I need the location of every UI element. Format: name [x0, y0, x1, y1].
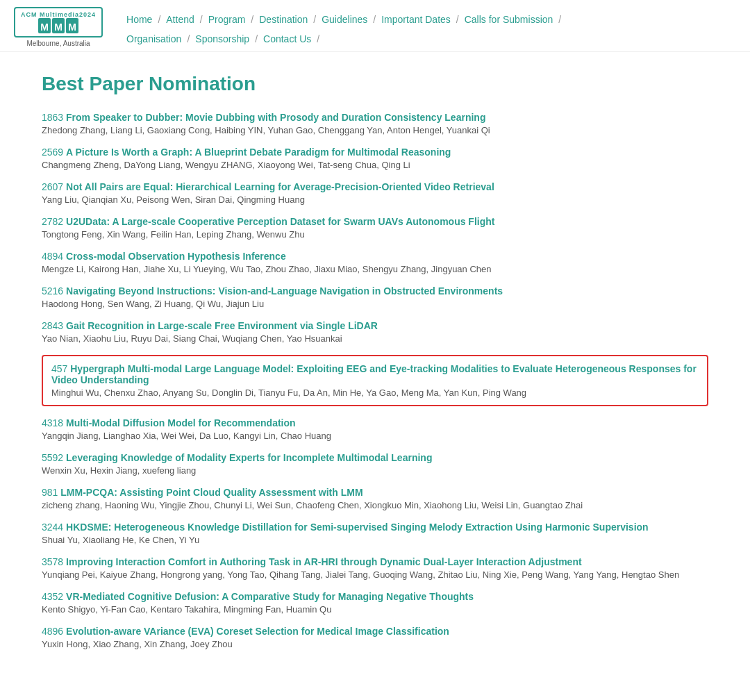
paper-title[interactable]: Hypergraph Multi-modal Large Language Mo…	[51, 363, 697, 385]
paper-title-line: 2782 U2UData: A Large-scale Cooperative …	[42, 216, 708, 227]
paper-entry: 2782 U2UData: A Large-scale Cooperative …	[42, 216, 708, 240]
paper-id: 3578	[42, 556, 66, 567]
paper-title-line: 2607 Not All Pairs are Equal: Hierarchic…	[42, 181, 708, 192]
paper-title[interactable]: Improving Interaction Comfort in Authori…	[66, 556, 582, 567]
paper-title-line: 3244 HKDSME: Heterogeneous Knowledge Dis…	[42, 522, 708, 533]
paper-authors: Yao Nian, Xiaohu Liu, Ruyu Dai, Siang Ch…	[42, 333, 708, 344]
paper-entry: 981 LMM-PCQA: Assisting Point Cloud Qual…	[42, 487, 708, 510]
paper-title-line: 5216 Navigating Beyond Instructions: Vis…	[42, 285, 708, 297]
logo-location: Melbourne, Australia	[26, 40, 90, 47]
paper-title-line: 4318 Multi-Modal Diffusion Model for Rec…	[42, 417, 708, 428]
paper-title[interactable]: U2UData: A Large-scale Cooperative Perce…	[66, 216, 494, 227]
logo-mm	[38, 18, 78, 33]
paper-id: 3244	[42, 522, 66, 533]
paper-id: 4894	[42, 251, 66, 262]
paper-id: 2782	[42, 216, 66, 227]
logo-area: ACM Multimedia2024 Melbourne, Australia	[14, 7, 103, 47]
paper-title[interactable]: Gait Recognition in Large-scale Free Env…	[66, 320, 378, 331]
logo-m3	[66, 18, 78, 33]
nav-row-1: Home / Attend / Program / Destination / …	[124, 12, 564, 32]
paper-title[interactable]: Not All Pairs are Equal: Hierarchical Le…	[66, 181, 494, 192]
paper-authors: Yang Liu, Qianqian Xu, Peisong Wen, Sira…	[42, 194, 708, 205]
nav-important-dates[interactable]: Important Dates	[378, 12, 453, 26]
main-content: Best Paper Nomination 1863 From Speaker …	[0, 52, 750, 681]
paper-title-line: 981 LMM-PCQA: Assisting Point Cloud Qual…	[42, 487, 708, 498]
nav-sep-3: /	[251, 14, 253, 25]
paper-authors: Yangqin Jiang, Lianghao Xia, Wei Wei, Da…	[42, 431, 708, 441]
nav-sep-6: /	[456, 14, 459, 25]
paper-authors: Changmeng Zheng, DaYong Liang, Wengyu ZH…	[42, 160, 708, 170]
paper-entry: 2843 Gait Recognition in Large-scale Fre…	[42, 320, 708, 344]
paper-id: 5216	[42, 285, 66, 297]
nav-attend[interactable]: Attend	[163, 12, 197, 26]
paper-title-line: 4352 VR-Mediated Cognitive Defusion: A C…	[42, 591, 708, 602]
nav-sep-10: /	[317, 33, 319, 44]
nav-row-2: Organisation / Sponsorship / Contact Us …	[124, 32, 564, 51]
paper-title-line: 1863 From Speaker to Dubber: Movie Dubbi…	[42, 112, 708, 123]
paper-title[interactable]: Navigating Beyond Instructions: Vision-a…	[66, 285, 503, 297]
logo-m2	[52, 18, 65, 33]
paper-title-line: 4894 Cross-modal Observation Hypothesis …	[42, 251, 708, 262]
papers-list: 1863 From Speaker to Dubber: Movie Dubbi…	[42, 112, 708, 649]
nav-destination[interactable]: Destination	[256, 12, 310, 26]
paper-title[interactable]: Cross-modal Observation Hypothesis Infer…	[66, 251, 286, 262]
paper-id: 1863	[42, 112, 66, 123]
paper-title[interactable]: Leveraging Knowledge of Modality Experts…	[66, 452, 432, 463]
logo-acm-text: ACM Multimedia2024	[21, 11, 96, 18]
nav-organisation[interactable]: Organisation	[124, 32, 184, 46]
nav-contact-us[interactable]: Contact Us	[260, 32, 314, 46]
paper-authors: Yunqiang Pei, Kaiyue Zhang, Hongrong yan…	[42, 569, 708, 580]
paper-authors: Wenxin Xu, Hexin Jiang, xuefeng liang	[42, 465, 708, 476]
paper-id: 4352	[42, 591, 66, 602]
nav-sep-2: /	[200, 14, 203, 25]
paper-title[interactable]: LMM-PCQA: Assisting Point Cloud Quality …	[60, 487, 362, 498]
paper-title[interactable]: VR-Mediated Cognitive Defusion: A Compar…	[66, 591, 474, 602]
paper-title[interactable]: Evolution-aware VAriance (EVA) Coreset S…	[66, 626, 449, 637]
paper-id: 4318	[42, 417, 66, 428]
paper-title[interactable]: HKDSME: Heterogeneous Knowledge Distilla…	[66, 522, 649, 533]
paper-authors: Haodong Hong, Sen Wang, Zi Huang, Qi Wu,…	[42, 299, 708, 309]
paper-entry: 5216 Navigating Beyond Instructions: Vis…	[42, 285, 708, 309]
nav-home[interactable]: Home	[124, 12, 155, 26]
paper-entry: 3244 HKDSME: Heterogeneous Knowledge Dis…	[42, 522, 708, 545]
paper-entry: 3578 Improving Interaction Comfort in Au…	[42, 556, 708, 580]
nav-guidelines[interactable]: Guidelines	[319, 12, 370, 26]
nav-sep-4: /	[313, 14, 316, 25]
paper-entry: 5592 Leveraging Knowledge of Modality Ex…	[42, 452, 708, 476]
paper-entry: 4318 Multi-Modal Diffusion Model for Rec…	[42, 417, 708, 441]
paper-authors: Mengze Li, Kairong Han, Jiahe Xu, Li Yue…	[42, 264, 708, 274]
nav-program[interactable]: Program	[206, 12, 249, 26]
paper-id: 2569	[42, 147, 66, 158]
paper-authors: Kento Shigyo, Yi-Fan Cao, Kentaro Takahi…	[42, 604, 708, 615]
paper-entry: 2607 Not All Pairs are Equal: Hierarchic…	[42, 181, 708, 205]
paper-entry: 4894 Cross-modal Observation Hypothesis …	[42, 251, 708, 274]
paper-title[interactable]: From Speaker to Dubber: Movie Dubbing wi…	[66, 112, 485, 123]
nav-sep-9: /	[255, 33, 258, 44]
paper-id: 2843	[42, 320, 66, 331]
nav-sep-7: /	[558, 14, 561, 25]
paper-title-line: 457 Hypergraph Multi-modal Large Languag…	[51, 363, 699, 385]
paper-title-line: 3578 Improving Interaction Comfort in Au…	[42, 556, 708, 567]
paper-title[interactable]: Multi-Modal Diffusion Model for Recommen…	[66, 417, 296, 428]
nav-sep-8: /	[187, 33, 190, 44]
paper-authors: Tongtong Feng, Xin Wang, Feilin Han, Lep…	[42, 229, 708, 240]
paper-entry: 457 Hypergraph Multi-modal Large Languag…	[42, 355, 708, 406]
paper-entry: 1863 From Speaker to Dubber: Movie Dubbi…	[42, 112, 708, 135]
nav-area: Home / Attend / Program / Destination / …	[124, 7, 564, 51]
paper-entry: 4352 VR-Mediated Cognitive Defusion: A C…	[42, 591, 708, 615]
paper-authors: Shuai Yu, Xiaoliang He, Ke Chen, Yi Yu	[42, 535, 708, 545]
paper-title-line: 2843 Gait Recognition in Large-scale Fre…	[42, 320, 708, 331]
nav-sponsorship[interactable]: Sponsorship	[192, 32, 252, 46]
paper-id: 2607	[42, 181, 66, 192]
paper-authors: zicheng zhang, Haoning Wu, Yingjie Zhou,…	[42, 500, 708, 510]
nav-calls-for-submission[interactable]: Calls for Submission	[462, 12, 556, 26]
paper-entry: 4896 Evolution-aware VAriance (EVA) Core…	[42, 626, 708, 649]
logo-box: ACM Multimedia2024	[14, 7, 103, 38]
paper-id: 4896	[42, 626, 66, 637]
nav-sep-1: /	[158, 14, 160, 25]
paper-title-line: 5592 Leveraging Knowledge of Modality Ex…	[42, 452, 708, 463]
paper-title[interactable]: A Picture Is Worth a Graph: A Blueprint …	[66, 147, 451, 158]
page-title: Best Paper Nomination	[42, 73, 708, 95]
paper-authors: Minghui Wu, Chenxu Zhao, Anyang Su, Dong…	[51, 388, 699, 398]
logo-m1	[38, 18, 51, 33]
